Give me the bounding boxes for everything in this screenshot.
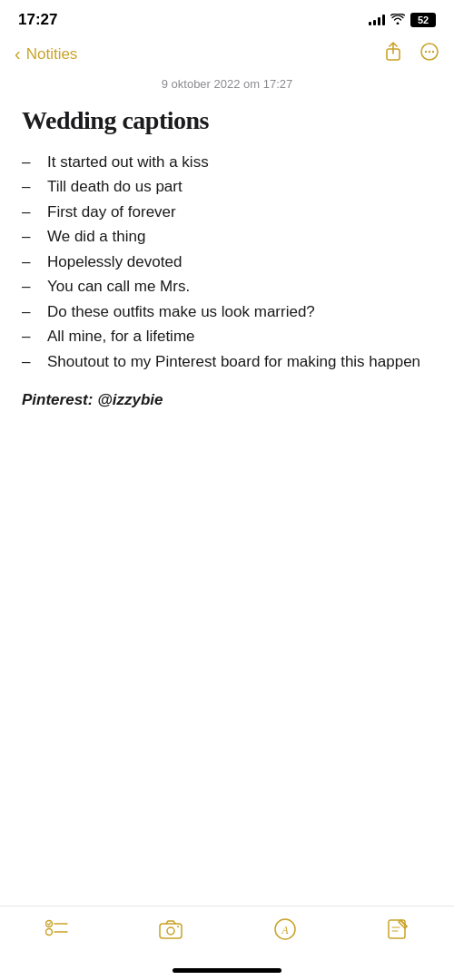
list-dash: – [22,275,44,299]
back-label: Notities [26,45,78,64]
list-item: – First day of forever [22,201,432,224]
nav-bar: ‹ Notities [0,36,454,75]
list-item: – You can call me Mrs. [22,275,432,299]
share-icon[interactable] [383,42,403,66]
bottom-toolbar: A [0,906,454,968]
checklist-button[interactable] [45,919,69,939]
home-indicator [0,968,454,980]
back-button[interactable]: ‹ Notities [15,44,77,64]
svg-text:A: A [281,924,289,936]
list-item-text: Till death do us part [47,175,432,199]
list-item: – Till death do us part [22,175,432,199]
list-item: – Do these outfits make us look married? [22,300,432,324]
list-item-text: It started out with a kiss [47,151,432,174]
list-item-text: We did a thing [47,225,432,249]
list-dash: – [22,350,44,374]
edit-button[interactable] [387,918,409,940]
status-icons: 52 [369,13,436,27]
svg-point-7 [45,929,52,936]
list-item: – It started out with a kiss [22,151,432,174]
svg-point-10 [167,927,174,935]
home-bar [173,968,281,973]
svg-point-5 [45,921,52,927]
list-item-text: You can call me Mrs. [47,275,432,299]
svg-point-11 [177,926,179,927]
note-content: Wedding captions – It started out with a… [0,105,454,906]
svg-point-3 [429,51,430,53]
svg-point-2 [425,51,427,53]
note-timestamp: 9 oktober 2022 om 17:27 [0,75,454,105]
list-item-text: Do these outfits make us look married? [47,300,432,324]
status-bar: 17:27 52 [0,0,454,36]
find-button[interactable]: A [273,917,297,941]
note-title: Wedding captions [22,105,432,136]
wifi-icon [390,14,405,27]
list-item-text: First day of forever [47,201,432,224]
list-dash: – [22,225,44,249]
battery-indicator: 52 [410,13,436,27]
toolbar-items: A [0,917,454,941]
list-dash: – [22,201,44,224]
list-item: – We did a thing [22,225,432,249]
nav-actions [383,42,439,66]
list-dash: – [22,175,44,199]
list-item-text: Shoutout to my Pinterest board for makin… [47,350,432,374]
back-chevron-icon: ‹ [15,44,21,64]
more-icon[interactable] [419,42,439,66]
list-dash: – [22,151,44,174]
list-item-text: Hopelessly devoted [47,250,432,274]
list-item: – Hopelessly devoted [22,250,432,274]
signal-icon [369,15,385,25]
list-dash: – [22,325,44,348]
svg-point-4 [432,51,434,53]
list-item: – Shoutout to my Pinterest board for mak… [22,350,432,374]
camera-button[interactable] [159,919,183,939]
pinterest-credit: Pinterest: @izzybie [22,391,432,409]
note-list: – It started out with a kiss – Till deat… [22,151,432,374]
list-dash: – [22,250,44,274]
status-time: 17:27 [18,11,57,29]
list-item-text: All mine, for a lifetime [47,325,432,348]
list-item: – All mine, for a lifetime [22,325,432,348]
list-dash: – [22,300,44,324]
